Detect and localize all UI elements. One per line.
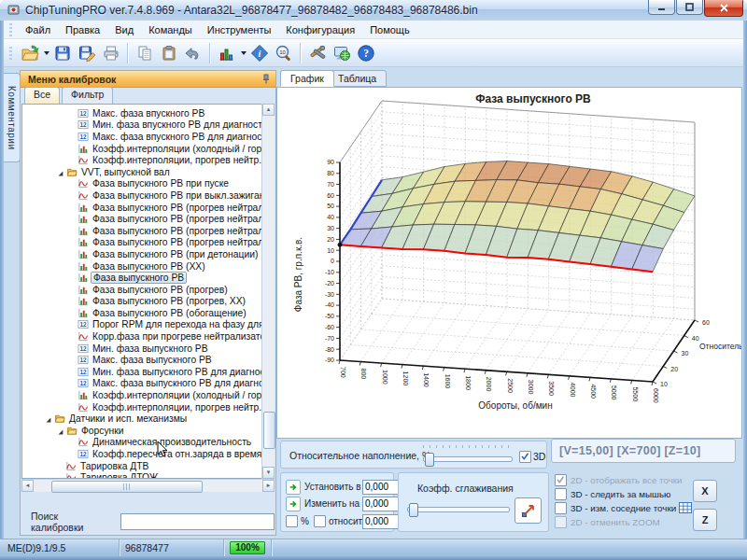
tree-item[interactable]: Тарировка ДТОЖ (22, 471, 274, 479)
compare-charts-dropdown[interactable] (239, 41, 247, 65)
tree-item[interactable]: 12Макс. фаза впускного РВ (22, 107, 274, 119)
expand-arrow-icon[interactable] (57, 427, 65, 435)
copy-button[interactable] (133, 41, 157, 65)
info-button[interactable]: i (247, 41, 272, 65)
menu-item[interactable]: Помощь (362, 21, 417, 38)
menu-item[interactable]: Команды (141, 21, 200, 38)
save-file-as-button[interactable] (75, 41, 99, 65)
menu-item[interactable]: Конфигурация (278, 21, 362, 38)
tree-item[interactable]: 12Мин. фаза впускного РВ для диагностики (22, 119, 274, 132)
set-value-button[interactable] (286, 480, 301, 495)
tree-item[interactable]: Фаза выпускного РВ (прогрев нейтрал., хо… (22, 213, 274, 225)
tree-item[interactable]: Коэфф.интерполяции (холодный / горячий ) (22, 389, 274, 401)
maximize-button[interactable] (676, 0, 703, 15)
svg-text:1000: 1000 (382, 370, 388, 385)
tab-table[interactable]: Таблица (328, 70, 387, 87)
expand-arrow-icon[interactable] (57, 168, 65, 176)
tree-item[interactable]: Фаза выпускного РВ (прогрев, XX) (22, 296, 274, 308)
paste-button[interactable] (157, 41, 181, 65)
scroll-left-button[interactable]: ◄ (21, 480, 34, 492)
print-button[interactable] (99, 41, 123, 65)
tree-item[interactable]: Фаза выпускного РВ (прогрев нейтрал., XX… (22, 237, 274, 249)
cursor-coordinates: [V=15,00] [X=700] [Z=10] (559, 444, 700, 457)
tree-item[interactable]: Фаза выпускного РВ (при детонации) (22, 248, 274, 260)
tree-folder[interactable]: Датчики и исп. механизмы (22, 413, 274, 425)
undo-button[interactable] (181, 41, 205, 65)
tree-folder[interactable]: Форсунки (22, 425, 274, 437)
tree-item[interactable]: Фаза выпускного РВ (XX) (22, 260, 274, 273)
open-file-button[interactable] (18, 41, 42, 65)
scroll-thumb[interactable] (263, 412, 275, 449)
close-button[interactable] (704, 0, 743, 17)
tree-item[interactable]: Фаза выпускного РВ (обогащение) (22, 307, 274, 319)
tab-filter[interactable]: Фильтр (62, 87, 113, 104)
tab-comments[interactable]: Комментарии (4, 73, 21, 162)
z-axis-button[interactable]: Z (693, 509, 717, 531)
3d-checkbox[interactable] (519, 451, 531, 463)
edit-adjacent-points-checkbox[interactable] (555, 502, 567, 514)
tree-item-label: Тарировка ДТВ (80, 461, 148, 471)
save-file-button[interactable] (50, 41, 75, 65)
expand-arrow-icon[interactable] (45, 414, 53, 423)
tree-item[interactable]: 12Мин. фаза выпускного РВ (22, 343, 274, 355)
help-button[interactable]: ? (354, 41, 378, 65)
tree-item[interactable]: 12Порог RPM для перехода на фазу для реж… (22, 319, 274, 331)
svg-text:5500: 5500 (632, 386, 639, 401)
tree-item[interactable]: Фаза выпускного РВ (прогрев нейтрализато… (22, 202, 274, 214)
online-update-button[interactable] (330, 41, 354, 65)
x-axis-button[interactable]: X (693, 480, 717, 502)
scroll-right-button[interactable]: ► (262, 480, 275, 492)
tab-chart[interactable]: График (280, 70, 334, 87)
compare-charts-button[interactable] (215, 41, 239, 65)
tree-item[interactable]: Корр.фаза при прогреве нейтрализатора (22, 330, 274, 343)
tree-item[interactable]: Фаза выпускного РВ (22, 272, 274, 284)
menu-item[interactable]: Инструменты (200, 21, 279, 38)
tree-item[interactable]: 12Мин. фаза выпускного РВ для диагностик… (22, 366, 274, 378)
tree-folder[interactable]: VVT, выпускной вал (22, 166, 274, 178)
tree-item[interactable]: Коэфф.интерполяции, прогрев нейтр. (холо… (22, 401, 274, 413)
scroll-down-button[interactable]: ▼ (262, 467, 275, 479)
tree-item[interactable]: 12Макс. фаза выпускного РВ для диагности… (22, 378, 274, 390)
svg-text:Фаза РВ, гр.п.к.в.: Фаза РВ, гр.п.к.в. (293, 237, 303, 312)
grid-icon[interactable] (679, 502, 692, 515)
tree-item[interactable]: Фаза выпускного РВ при пуске (22, 178, 274, 190)
tree-item-label: Коэфф.интерполяции (холодный / горячий ) (92, 144, 275, 154)
open-file-dropdown[interactable] (42, 41, 50, 65)
bar-chart-icon (78, 285, 90, 295)
load-slider-thumb[interactable] (425, 453, 434, 467)
smoothing-slider[interactable] (407, 503, 510, 514)
tree-item[interactable]: 12Коэфф.пересчета отн.заряда в время впр… (22, 448, 274, 460)
search-input[interactable] (120, 513, 275, 530)
tree-item[interactable]: Фаза выпускного РВ (прогрев) (22, 284, 274, 296)
tree-vertical-scrollbar[interactable]: ▲ ▼ (261, 104, 275, 479)
menu-item[interactable]: Файл (18, 21, 58, 38)
scroll-up-button[interactable]: ▲ (262, 104, 275, 116)
svg-text:-90: -90 (325, 357, 334, 363)
minimize-button[interactable] (648, 0, 675, 15)
show-all-points-checkbox[interactable] (555, 474, 567, 486)
tab-all[interactable]: Все (24, 87, 60, 104)
menu-item[interactable]: Правка (58, 21, 107, 38)
pin-icon[interactable] (261, 74, 271, 86)
tree-item[interactable]: Динамическая производительность (22, 437, 274, 449)
tree-item[interactable]: Фаза выпускного РВ при выкл.зажигания (22, 189, 274, 202)
tree-item[interactable]: Коэфф.интерполяции, прогрев нейтр. (холо… (22, 154, 274, 166)
tree-item[interactable]: 12Макс. фаза выпускного РВ (22, 354, 274, 366)
smoothing-slider-thumb[interactable] (409, 503, 418, 517)
menu-item[interactable]: Вид (107, 21, 141, 38)
surface-chart[interactable]: -90-80-70-60-50-40-30-20-100102030405060… (277, 88, 741, 438)
tree-item[interactable]: 12Макс. фаза впускного РВ для диагностик… (22, 131, 274, 143)
tools-button[interactable] (305, 41, 330, 65)
zoom-values-button[interactable]: 10 (272, 41, 296, 65)
tree-item[interactable]: Коэфф.интерполяции (холодный / горячий ) (22, 143, 274, 155)
relative-checkbox[interactable] (314, 515, 326, 527)
scroll-thumb[interactable] (51, 481, 203, 493)
change-value-button[interactable] (286, 497, 301, 511)
follow-mouse-checkbox[interactable] (555, 488, 567, 500)
load-slider[interactable] (423, 453, 513, 464)
tree-horizontal-scrollbar[interactable]: ◄ ► (21, 479, 275, 492)
tree-item[interactable]: Фаза выпускного РВ (прогрев нейтрал., XX… (22, 225, 274, 237)
percent-checkbox[interactable] (286, 515, 298, 527)
tree-item[interactable]: Тарировка ДТВ (22, 460, 274, 472)
apply-smoothing-button[interactable] (514, 497, 542, 524)
